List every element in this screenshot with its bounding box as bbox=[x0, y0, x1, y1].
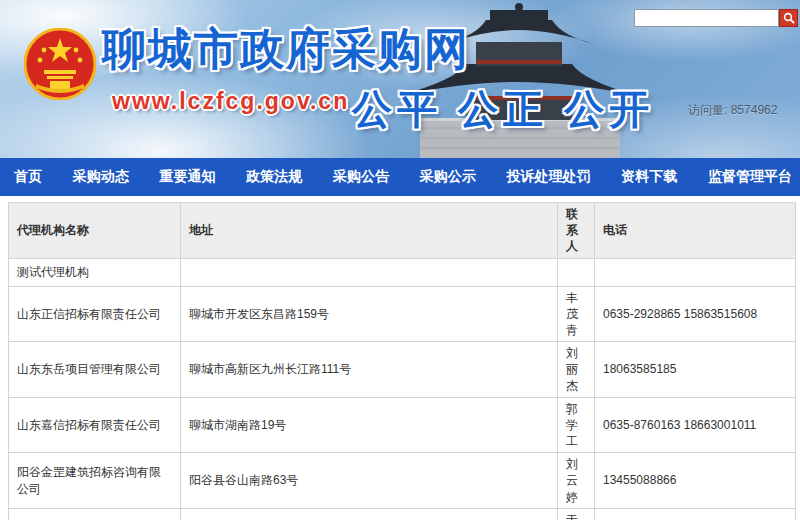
site-title: 聊城市政府采购网 bbox=[102, 20, 470, 79]
search-bar bbox=[634, 9, 798, 27]
site-banner: 聊城市政府采购网 www.lczfcg.gov.cn 公平 公正 公开 访问量:… bbox=[0, 0, 800, 158]
phone-cell: 18063585185 bbox=[595, 342, 796, 398]
search-icon bbox=[783, 12, 795, 24]
table-row: 山东正信招标有限责任公司 聊城市开发区东昌路159号 丰茂青 0635-2928… bbox=[9, 286, 796, 342]
contact-cell bbox=[558, 258, 595, 286]
nav-item-complaints[interactable]: 投诉处理处罚 bbox=[503, 168, 595, 186]
address-cell: 聊城市开发区东昌路159号 bbox=[181, 286, 558, 342]
contact-cell: 于红艳 bbox=[558, 508, 595, 520]
address-cell: 聊城市湖南路19号 bbox=[181, 397, 558, 453]
agency-name-cell: 阳谷金罡建筑招标咨询有限公司 bbox=[9, 453, 181, 509]
nav-item-announcements[interactable]: 采购公告 bbox=[329, 168, 393, 186]
contact-cell: 郭学工 bbox=[558, 397, 595, 453]
address-cell bbox=[181, 258, 558, 286]
agency-name-cell: 山东正信招标有限责任公司 bbox=[9, 286, 181, 342]
main-nav: 首页 采购动态 重要通知 政策法规 采购公告 采购公示 投诉处理处罚 资料下载 … bbox=[0, 158, 800, 196]
nav-item-disclosures[interactable]: 采购公示 bbox=[416, 168, 480, 186]
phone-cell: 0635-2928865 15863515608 bbox=[595, 286, 796, 342]
contact-cell: 丰茂青 bbox=[558, 286, 595, 342]
table-row: 阳谷金罡建筑招标咨询有限公司 阳谷县谷山南路63号 刘云婷 1345508886… bbox=[9, 453, 796, 509]
agency-table: 代理机构名称 地址 联系人 电话 测试代理机构 山东正信招标有限责任公司 聊城市… bbox=[8, 202, 796, 520]
address-cell: 阳谷县谷山南路63号 bbox=[181, 453, 558, 509]
nav-item-procurement-news[interactable]: 采购动态 bbox=[69, 168, 133, 186]
nav-item-downloads[interactable]: 资料下载 bbox=[617, 168, 681, 186]
phone-cell: 0635-8760163 18663001011 bbox=[595, 397, 796, 453]
nav-item-policies[interactable]: 政策法规 bbox=[242, 168, 306, 186]
nav-item-supervision-platform[interactable]: 监督管理平台 bbox=[704, 168, 796, 186]
table-row: 测试代理机构 bbox=[9, 258, 796, 286]
address-cell: 聊城市高新区九州长江路111号 bbox=[181, 342, 558, 398]
column-header-phone: 电话 bbox=[595, 203, 796, 259]
visit-counter-label: 访问量: bbox=[688, 103, 727, 117]
phone-cell: 13455088866 bbox=[595, 453, 796, 509]
address-cell: 临清市红星路中段 bbox=[181, 508, 558, 520]
national-emblem-logo bbox=[24, 28, 96, 100]
column-header-contact: 联系人 bbox=[558, 203, 595, 259]
table-row: 山东嘉信招标有限责任公司 聊城市湖南路19号 郭学工 0635-8760163 … bbox=[9, 397, 796, 453]
table-row: 山东东岳项目管理有限公司 聊城市高新区九州长江路111号 刘丽杰 1806358… bbox=[9, 342, 796, 398]
agency-name-cell: 山东东岳项目管理有限公司 bbox=[9, 342, 181, 398]
site-url: www.lczfcg.gov.cn bbox=[112, 88, 349, 115]
agency-name-cell: 测试代理机构 bbox=[9, 258, 181, 286]
contact-cell: 刘丽杰 bbox=[558, 342, 595, 398]
table-row: 山东通力招标有限公司 临清市红星路中段 于红艳 0635-2323061 186… bbox=[9, 508, 796, 520]
column-header-agency-name: 代理机构名称 bbox=[9, 203, 181, 259]
visit-counter-value: 8574962 bbox=[731, 103, 778, 117]
phone-cell: 0635-2323061 18663532655 bbox=[595, 508, 796, 520]
contact-cell: 刘云婷 bbox=[558, 453, 595, 509]
agency-name-cell: 山东嘉信招标有限责任公司 bbox=[9, 397, 181, 453]
nav-item-important-notices[interactable]: 重要通知 bbox=[156, 168, 220, 186]
site-slogan: 公平 公正 公开 bbox=[352, 82, 654, 137]
column-header-address: 地址 bbox=[181, 203, 558, 259]
agency-name-cell: 山东通力招标有限公司 bbox=[9, 508, 181, 520]
search-button[interactable] bbox=[779, 9, 798, 27]
phone-cell bbox=[595, 258, 796, 286]
nav-item-home[interactable]: 首页 bbox=[10, 168, 46, 186]
search-input[interactable] bbox=[634, 9, 779, 27]
content-area: 代理机构名称 地址 联系人 电话 测试代理机构 山东正信招标有限责任公司 聊城市… bbox=[0, 196, 800, 520]
table-header-row: 代理机构名称 地址 联系人 电话 bbox=[9, 203, 796, 259]
visit-counter: 访问量: 8574962 bbox=[688, 102, 777, 119]
